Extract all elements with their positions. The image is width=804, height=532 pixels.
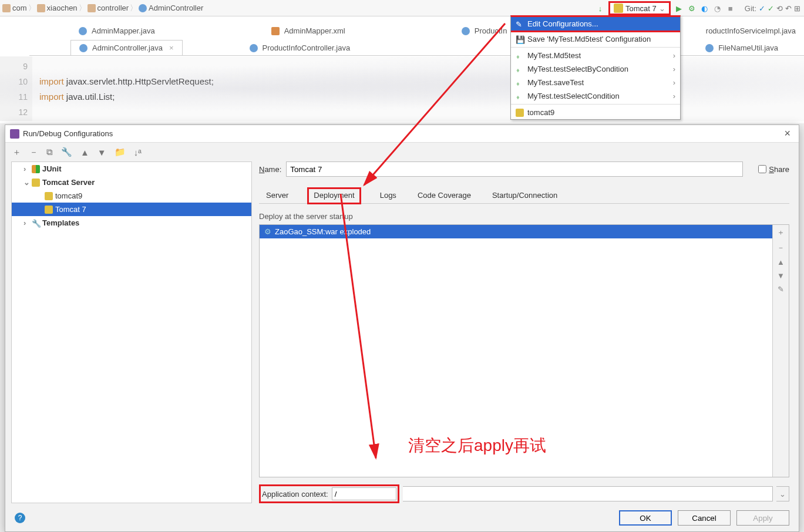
share-checkbox-input[interactable] <box>758 165 766 173</box>
tab-adminmapper-xml[interactable]: AdminMapper.xml <box>263 23 354 38</box>
tab-productinfocontroller[interactable]: ProductInfoController.java <box>241 41 359 55</box>
down-icon[interactable]: ▼ <box>96 146 107 159</box>
add-icon[interactable]: ＋ <box>777 227 785 238</box>
tree-tomcat9[interactable]: tomcat9 <box>12 189 251 203</box>
config-tabs: Server Deployment Logs Code Coverage Sta… <box>259 187 789 204</box>
remove-icon[interactable]: － <box>777 243 785 253</box>
run-config-selector[interactable]: Tomcat 7 ⌄ <box>608 1 671 15</box>
chevron-right-icon: › <box>673 78 675 87</box>
menu-item-md5test[interactable]: ⬧MyTest.Md5test› <box>511 49 680 62</box>
config-name: Tomcat 7 <box>625 4 657 13</box>
dialog-titlebar: Run/Debug Configurations × <box>5 125 799 143</box>
app-context-label: Application context: <box>262 490 328 499</box>
chevron-right-icon: › <box>23 164 29 173</box>
tree-tomcat7[interactable]: Tomcat 7 <box>12 203 251 216</box>
tab-productserviceimpl[interactable]: roductInfoServiceImpl.java <box>698 23 804 38</box>
ok-button[interactable]: OK <box>619 510 672 526</box>
line-number: 12 <box>5 105 28 120</box>
crumb-xiaochen[interactable]: xiaochen <box>37 4 78 12</box>
help-icon[interactable]: ? <box>15 513 25 523</box>
copy-icon[interactable]: ⧉ <box>45 146 54 159</box>
edit-icon[interactable]: ✎ <box>778 285 784 294</box>
tab-coverage[interactable]: Code Coverage <box>415 187 473 203</box>
coverage-icon[interactable]: ◐ <box>700 4 709 13</box>
menu-item-selcond[interactable]: ⬧MyTest.testSelectCondition› <box>511 89 680 103</box>
test-icon: ⬧ <box>516 79 524 87</box>
config-tree[interactable]: ›JUnit ⌄Tomcat Server tomcat9 Tomcat 7 ›… <box>11 161 252 503</box>
apply-button[interactable]: Apply <box>736 510 789 526</box>
code-editor[interactable]: 9 10 11 12 import javax.servlet.http.Htt… <box>0 56 804 121</box>
tomcat-icon <box>32 179 40 187</box>
tree-tomcat-server[interactable]: ⌄Tomcat Server <box>12 176 251 189</box>
intellij-icon <box>10 129 19 139</box>
edit-icon: ✎ <box>516 20 524 28</box>
tab-label: ProductIn <box>475 26 507 35</box>
tab-label: roductInfoServiceImpl.java <box>706 26 796 35</box>
chevron-down-icon[interactable]: ⌄ <box>776 486 789 501</box>
app-context-input[interactable] <box>332 487 396 500</box>
git-update-icon[interactable]: ✓ <box>759 4 765 13</box>
app-context-input-rest[interactable] <box>403 486 773 501</box>
add-icon[interactable]: ＋ <box>11 146 22 159</box>
tab-label: AdminController.java <box>92 43 163 52</box>
tree-templates[interactable]: ›🔧Templates <box>12 216 251 230</box>
tab-startup[interactable]: Startup/Connection <box>490 187 560 203</box>
menu-label: MyTest.testSelectCondition <box>527 92 620 100</box>
run-icon[interactable]: ▶ <box>674 4 684 13</box>
share-checkbox[interactable]: Share <box>758 165 789 174</box>
tree-label: JUnit <box>42 164 62 173</box>
tree-junit[interactable]: ›JUnit <box>12 162 251 176</box>
chevron-down-icon: ⌄ <box>659 4 665 13</box>
folder-icon[interactable]: 📁 <box>113 146 127 159</box>
git-revert-icon[interactable]: ↶ <box>785 4 792 13</box>
debug-icon[interactable]: ⚙ <box>687 4 697 13</box>
tab-adminmapper-java[interactable]: AdminMapper.java <box>70 23 163 38</box>
name-input[interactable] <box>286 161 743 177</box>
close-icon[interactable]: × <box>169 43 174 52</box>
folder-icon <box>88 4 96 12</box>
tab-logs[interactable]: Logs <box>378 187 399 203</box>
menu-save-config[interactable]: 💾 Save 'MyTest.Md5test' Configuration <box>511 32 680 46</box>
down-icon[interactable]: ▼ <box>777 271 785 280</box>
git-more-icon[interactable]: ⊞ <box>794 4 800 13</box>
crumb-label: AdminController <box>149 4 203 12</box>
build-icon[interactable]: ↓ <box>596 4 605 13</box>
app-context-highlight: Application context: <box>259 484 399 503</box>
cancel-button[interactable]: Cancel <box>678 510 731 526</box>
wrench-icon[interactable]: 🔧 <box>60 146 73 159</box>
save-icon: 💾 <box>516 35 524 43</box>
class-icon <box>250 44 258 52</box>
tab-server[interactable]: Server <box>264 187 291 203</box>
crumb-controller[interactable]: controller <box>88 4 129 12</box>
close-icon[interactable]: × <box>781 127 794 140</box>
up-icon[interactable]: ▲ <box>777 258 785 267</box>
profile-icon[interactable]: ◔ <box>713 4 722 13</box>
crumb-adminctrl[interactable]: AdminController <box>139 4 203 12</box>
tab-filenameutil[interactable]: FileNameUtil.java <box>697 41 786 55</box>
editor-tabs-row1: AdminMapper.java AdminMapper.xml Product… <box>29 21 804 38</box>
name-label: Name: <box>259 165 281 174</box>
tab-admincontroller[interactable]: AdminController.java× <box>70 40 183 55</box>
tab-productin[interactable]: ProductIn <box>453 23 516 38</box>
menu-separator <box>511 104 680 105</box>
sort-icon[interactable]: ↓ª <box>133 146 143 159</box>
stop-icon[interactable]: ■ <box>726 4 735 13</box>
tab-deployment[interactable]: Deployment <box>307 187 361 204</box>
git-history-icon[interactable]: ⟲ <box>776 4 783 13</box>
deploy-item[interactable]: ⚙ ZaoGao_SSM:war exploded <box>260 225 772 238</box>
test-icon: ⬧ <box>516 65 524 73</box>
menu-label: Edit Configurations... <box>527 19 598 28</box>
menu-label: Save 'MyTest.Md5test' Configuration <box>527 35 651 43</box>
git-commit-icon[interactable]: ✓ <box>768 4 774 13</box>
crumb-com[interactable]: com <box>2 4 27 12</box>
crumb-label: xiaochen <box>47 4 78 12</box>
test-icon: ⬧ <box>516 92 524 100</box>
remove-icon[interactable]: － <box>28 146 39 159</box>
chevron-right-icon: › <box>673 65 675 73</box>
menu-edit-config[interactable]: ✎ Edit Configurations... <box>511 17 680 32</box>
menu-item-selbycond[interactable]: ⬧MyTest.testSelectByCondition› <box>511 62 680 76</box>
menu-item-savetest[interactable]: ⬧MyTest.saveTest› <box>511 76 680 89</box>
tomcat-icon <box>614 4 623 13</box>
menu-item-tomcat9[interactable]: tomcat9 <box>511 106 680 119</box>
up-icon[interactable]: ▲ <box>79 146 90 159</box>
